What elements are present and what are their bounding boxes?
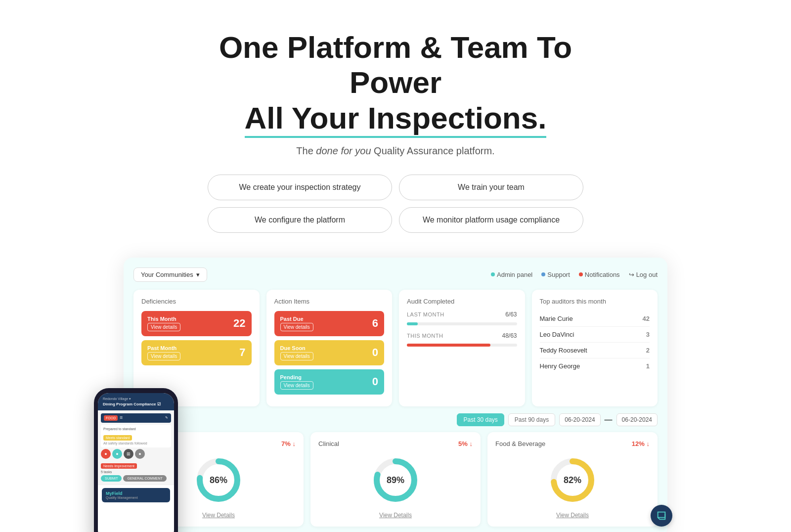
past-due-value: 6	[372, 317, 378, 330]
dashboard-nav: Your Communities ▾ Admin panel Support N…	[133, 267, 658, 282]
due-soon-value: 0	[372, 346, 378, 359]
communities-label: Your Communities	[141, 271, 193, 278]
metrics-bottom-row: Regulatory 7% ↓ 86% View Details	[133, 432, 658, 527]
pending-btn[interactable]: View details	[280, 381, 313, 390]
metrics-controls: Past 30 days Past 90 days 06-20-2024 — 0…	[457, 413, 658, 426]
hero-subtitle: The done for you Quality Assurance platf…	[296, 145, 494, 157]
auditor-row: Leo DaVinci3	[540, 327, 650, 343]
chevron-down-icon: ▾	[196, 271, 200, 278]
feature-pills-grid: We create your inspection strategy We tr…	[208, 175, 583, 233]
phone-app-name: MyField	[106, 491, 166, 496]
auditor-name: Henry George	[540, 362, 580, 370]
top-auditors-card: Top auditors this month Marie Curie42Leo…	[532, 290, 658, 406]
food-beverage-score: 82%	[564, 475, 581, 485]
support-link[interactable]: Support	[541, 271, 570, 278]
support-dot	[541, 272, 545, 276]
food-beverage-link[interactable]: View Details	[495, 512, 650, 519]
auditor-name: Leo DaVinci	[540, 331, 574, 338]
auditors-list: Marie Curie42Leo DaVinci3Teddy Roosevelt…	[540, 311, 650, 374]
audit-title: Audit Completed	[407, 298, 517, 305]
this-month-bar-bg	[407, 344, 517, 347]
metric-food-beverage: Food & Beverage 12% ↓ 82% View Deta	[487, 432, 658, 527]
auditor-name: Teddy Roosevelt	[540, 347, 587, 354]
action-items-title: Action Items	[274, 298, 385, 305]
down-arrow-icon: ↓	[293, 440, 296, 447]
auditor-count: 2	[646, 347, 650, 354]
phone-subtitle: Quality Management	[106, 496, 166, 499]
phone-outer: Redondo Village ▾ Dining Program Complia…	[94, 388, 178, 532]
last-month-audit-value: 6/63	[505, 311, 517, 318]
notifications-link[interactable]: Notifications	[579, 271, 620, 278]
food-beverage-pct: 12% ↓	[632, 440, 650, 447]
past-month-view-details-btn[interactable]: View details	[147, 352, 180, 360]
audit-card: Audit Completed LAST MONTH 6/63 THIS MON…	[399, 290, 525, 406]
audit-this-month-row: THIS MONTH 48/63	[407, 332, 517, 347]
pill-configure-platform[interactable]: We configure the platform	[208, 207, 392, 233]
deficiencies-past-month: Past Month View details 7	[141, 340, 252, 365]
dashboard-top-row: Deficiencies This Month View details 22 …	[133, 290, 658, 406]
metrics-header: ↑ Metrics Past 30 days Past 90 days 06-2…	[133, 413, 658, 426]
past-due-btn[interactable]: View details	[280, 323, 313, 331]
regulatory-donut: 86%	[194, 455, 243, 505]
phone-header: Redondo Village ▾ Dining Program Complia…	[98, 393, 174, 410]
title-line2: All Your Inspections.	[245, 101, 547, 138]
toggle-30-days[interactable]: Past 30 days	[457, 413, 504, 426]
logout-link[interactable]: ↪ Log out	[629, 271, 658, 278]
clinical-label: Clinical	[318, 440, 339, 447]
auditor-count: 1	[646, 362, 650, 370]
clinical-donut: 89%	[371, 455, 420, 505]
dashboard-wrapper: Your Communities ▾ Admin panel Support N…	[124, 258, 667, 532]
auditor-count: 42	[643, 315, 650, 322]
metrics-section: ↑ Metrics Past 30 days Past 90 days 06-2…	[133, 413, 658, 527]
nav-left: Your Communities ▾	[133, 267, 207, 282]
this-month-value: 22	[233, 317, 245, 330]
deficiencies-this-month: This Month View details 22	[141, 311, 252, 336]
past-month-value: 7	[239, 346, 245, 359]
pending-value: 0	[372, 375, 378, 388]
logout-icon: ↪	[629, 271, 634, 278]
food-beverage-label: Food & Beverage	[495, 440, 545, 447]
due-soon-btn[interactable]: View details	[280, 352, 313, 360]
deficiencies-title: Deficiencies	[141, 298, 252, 305]
date-from[interactable]: 06-20-2024	[559, 413, 600, 426]
phone-screen: Redondo Village ▾ Dining Program Complia…	[98, 393, 174, 532]
action-pending: Pending View details 0	[274, 369, 385, 395]
toggle-90-days[interactable]: Past 90 days	[508, 413, 555, 426]
auditor-count: 3	[646, 331, 650, 338]
auditor-row: Marie Curie42	[540, 311, 650, 327]
dashboard-container: Your Communities ▾ Admin panel Support N…	[124, 258, 667, 532]
admin-panel-link[interactable]: Admin panel	[491, 271, 532, 278]
audit-last-month-row: LAST MONTH 6/63	[407, 311, 517, 325]
notifications-dot	[579, 272, 583, 276]
regulatory-pct: 7% ↓	[281, 440, 296, 447]
food-beverage-donut: 82%	[548, 455, 597, 505]
this-month-audit-label: THIS MONTH	[407, 333, 443, 339]
pending-label: Pending	[280, 374, 313, 380]
auditor-row: Henry George1	[540, 358, 650, 374]
last-month-bar-fill	[407, 322, 418, 325]
clinical-score: 89%	[387, 475, 404, 485]
pill-train-team[interactable]: We train your team	[399, 175, 583, 200]
clinical-link[interactable]: View Details	[318, 512, 473, 519]
auditor-row: Teddy Roosevelt2	[540, 343, 650, 358]
this-month-audit-value: 48/63	[502, 332, 517, 339]
phone-mockup: Redondo Village ▾ Dining Program Complia…	[94, 388, 178, 532]
pill-monitor-compliance[interactable]: We monitor platform usage compliance	[399, 207, 583, 233]
phone-content: FOOD ☰ ✎ Prepared to standard Meets stan…	[98, 410, 174, 485]
last-month-bar-bg	[407, 322, 517, 325]
this-month-bar-fill	[407, 344, 490, 347]
communities-dropdown[interactable]: Your Communities ▾	[133, 267, 207, 282]
action-items-card: Action Items Past Due View details 6 Due…	[266, 290, 393, 406]
date-to[interactable]: 06-20-2024	[616, 413, 658, 426]
top-auditors-title: Top auditors this month	[540, 298, 650, 305]
last-month-label: LAST MONTH	[407, 311, 444, 317]
due-soon-label: Due Soon	[280, 345, 313, 351]
down-arrow-icon-3: ↓	[647, 440, 650, 447]
past-due-label: Past Due	[280, 316, 313, 322]
title-line1: One Platform & Team To Power	[219, 30, 572, 99]
clinical-header: Clinical 5% ↓	[318, 440, 473, 447]
pill-inspection-strategy[interactable]: We create your inspection strategy	[208, 175, 392, 200]
this-month-view-details-btn[interactable]: View details	[147, 323, 180, 331]
this-month-label: This Month	[147, 316, 180, 322]
chat-button[interactable]	[651, 505, 672, 527]
